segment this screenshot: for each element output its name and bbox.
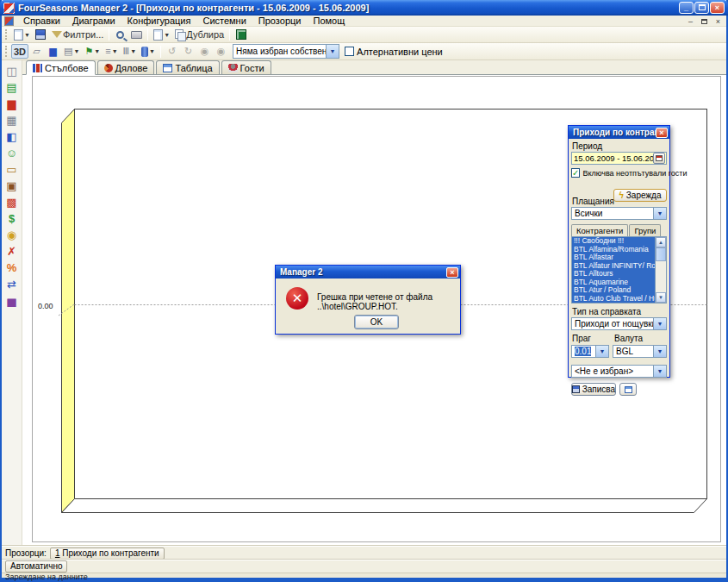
toggle-3d-button[interactable]: 3D [11, 44, 28, 59]
menu-konfiguracia[interactable]: Конфигурация [122, 16, 196, 27]
list-item[interactable]: BTL Aquamarine [572, 278, 655, 287]
new-page-icon [14, 29, 23, 41]
legend-button[interactable]: ▤▼ [61, 44, 82, 59]
print-preview-button[interactable] [112, 28, 128, 42]
payments-combobox[interactable]: Всички ▼ [571, 207, 667, 220]
list-scrollbar[interactable]: ▲ ▼ [655, 237, 666, 303]
alt-prices-checkbox[interactable] [345, 47, 354, 56]
template-combobox[interactable]: <Не е избран> ▼ [571, 365, 667, 378]
report-type-combobox[interactable]: Приходи от нощувки ▼ [571, 317, 667, 330]
copy-button[interactable]: ▼ [151, 28, 172, 42]
owner-combobox[interactable]: Няма избран собственици ▼ [233, 44, 339, 59]
include-guests-checkbox[interactable]: ✓ [571, 168, 580, 178]
dollar-icon[interactable]: $ [4, 210, 20, 226]
copy-window-icon[interactable]: ◧ [4, 128, 20, 144]
vgrid-button[interactable]: Ⅲ▼ [121, 44, 140, 59]
close-button[interactable]: × [710, 2, 725, 14]
tab-dyalove[interactable]: Дялове [97, 60, 155, 74]
window-1-button[interactable]: 1 Приходи по контрагенти [50, 548, 165, 560]
toolbar-grip[interactable] [5, 29, 8, 41]
counterparty-listbox[interactable]: !!! Свободни !!! BTL Alfamina/Romania BT… [571, 236, 667, 304]
panel-close-button[interactable]: × [656, 128, 668, 138]
scroll-thumb[interactable] [656, 247, 666, 261]
transfer-icon[interactable]: ⇄ [4, 276, 20, 291]
save-report-button[interactable]: Записва [571, 383, 616, 396]
grid-view-button[interactable] [619, 383, 637, 396]
load-button[interactable]: ϟ Зарежда [613, 189, 667, 202]
mdi-close-button[interactable]: × [712, 16, 724, 26]
template-dropdown-icon[interactable]: ▼ [653, 366, 666, 377]
export-page-icon[interactable]: ▤ [4, 79, 20, 95]
filters-button[interactable]: Филтри... [49, 28, 106, 42]
threshold-dropdown-icon[interactable]: ▼ [595, 346, 608, 357]
automatic-button[interactable]: Автоматично [5, 560, 67, 573]
mdi-minimize-button[interactable]: – [685, 16, 696, 26]
bar-values-button[interactable]: ▆ [45, 44, 61, 59]
color-chart-icon[interactable]: ▆ [4, 96, 20, 111]
list-item[interactable]: BTL Alfastar [572, 253, 655, 262]
guests-icon[interactable]: ☺ [4, 145, 20, 160]
menu-spravki[interactable]: Справки [18, 16, 65, 27]
zoom-in-button[interactable]: ◉ [196, 44, 213, 59]
owner-combo-dropdown-icon[interactable]: ▼ [326, 45, 339, 58]
menu-pomosht[interactable]: Помощ [308, 16, 350, 27]
rotate-left-button[interactable]: ↺ [164, 44, 180, 59]
tab-grupi[interactable]: Групи [629, 224, 661, 236]
marks-button[interactable]: ⚑▼ [82, 44, 103, 59]
perspective-button[interactable]: ▱ [28, 44, 45, 59]
legend-icon: ▤ [64, 47, 72, 56]
grid-icon [625, 386, 632, 393]
toolbar-grip[interactable] [5, 46, 8, 57]
red-grid-icon[interactable]: ▩ [4, 194, 20, 210]
series-style-button[interactable]: ▼ [139, 44, 158, 59]
list-item[interactable]: BTL Atur / Poland [572, 286, 655, 295]
report-type-dropdown-icon[interactable]: ▼ [653, 318, 666, 329]
ok-button[interactable]: OK [354, 315, 399, 329]
mark-flag-icon: ⚑ [84, 47, 93, 56]
dialog-title-bar[interactable]: Manager 2 × [276, 266, 460, 278]
hgrid-button[interactable]: ≡▼ [103, 44, 120, 59]
left-icon-sidebar: ◫ ▤ ▆ ▦ ◧ ☺ ▭ ▣ ▩ $ ◉ ✗ % ⇄ ▅ [2, 60, 22, 546]
list-item[interactable]: BTL Alfamina/Romania [572, 246, 655, 254]
scroll-down-icon[interactable]: ▼ [656, 292, 666, 303]
menu-sistemni[interactable]: Системни [197, 16, 251, 27]
tab-tablica[interactable]: Таблица [156, 60, 219, 74]
dialog-close-button[interactable]: × [446, 267, 458, 278]
period-field[interactable]: 15.06.2009 - 15.06.2009 [571, 152, 667, 165]
menu-diagrami[interactable]: Диаграми [67, 16, 121, 27]
list-item[interactable]: BTL Alltours [572, 270, 655, 278]
main-toolbar: ▼ Филтри... ▼ Дублира [2, 27, 726, 43]
panel-title-bar[interactable]: Приходи по контрагенти × [569, 126, 669, 139]
tab-stalbove[interactable]: Стълбове [26, 60, 96, 75]
restore-button[interactable] [694, 2, 709, 14]
windows-grid-icon[interactable]: ◫ [4, 63, 20, 78]
scroll-up-icon[interactable]: ▲ [656, 237, 666, 247]
currency-dropdown-icon[interactable]: ▼ [653, 346, 666, 357]
threshold-combobox[interactable]: 0.01 ▼ [571, 345, 609, 358]
calculator-icon[interactable]: ▦ [4, 112, 20, 128]
list-item[interactable]: !!! Свободни !!! [572, 237, 655, 246]
mdi-restore-button[interactable] [699, 16, 710, 26]
cut-red-icon[interactable]: ✗ [4, 243, 20, 259]
cards-icon[interactable]: ▣ [4, 178, 20, 193]
list-item[interactable]: BTL Auto Club Travel / Hunga [572, 295, 655, 304]
tab-gosti[interactable]: Гости [221, 60, 271, 74]
menu-prozorci[interactable]: Прозорци [253, 16, 307, 27]
zoom-out-button[interactable]: ◉ [213, 44, 229, 59]
duplicate-button[interactable]: Дублира [172, 28, 227, 42]
currency-combobox[interactable]: BGL ▼ [613, 345, 667, 358]
new-button[interactable]: ▼ [11, 28, 33, 42]
calendar-button[interactable] [653, 153, 665, 164]
print-button[interactable] [128, 28, 145, 42]
minimize-button[interactable]: _ [679, 2, 694, 14]
coins-icon[interactable]: ◉ [4, 227, 20, 242]
folder-icon[interactable]: ▭ [4, 161, 20, 177]
rotate-right-button[interactable]: ↻ [180, 44, 196, 59]
export-excel-button[interactable] [233, 28, 249, 42]
list-item[interactable]: BTL Alfatur INFINITY/ Romani [572, 262, 655, 271]
cut-percent-icon[interactable]: % [4, 260, 20, 275]
payments-dropdown-icon[interactable]: ▼ [653, 208, 666, 219]
tab-kontragenti[interactable]: Контрагенти [571, 224, 628, 237]
guest-stats-icon[interactable]: ▅ [4, 292, 20, 308]
save-button[interactable] [33, 28, 49, 42]
